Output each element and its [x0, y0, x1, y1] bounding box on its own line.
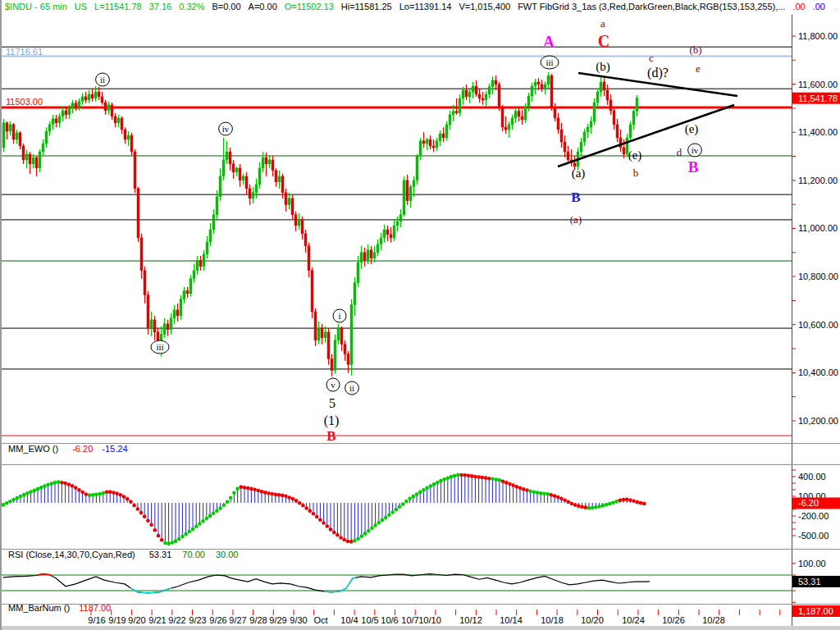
candle — [258, 162, 261, 189]
candle — [9, 121, 11, 135]
candle — [150, 312, 153, 336]
candle — [130, 133, 133, 156]
ewo-dot — [329, 527, 333, 532]
ewo-dot — [577, 504, 581, 509]
y-axis-label: 10,400.00 — [798, 368, 838, 377]
ewo-dot — [98, 492, 102, 496]
ewo-dot — [291, 497, 295, 501]
candle — [350, 299, 353, 376]
ewo-dot — [235, 487, 240, 491]
candle — [101, 92, 103, 105]
candle — [386, 226, 389, 241]
ewo-dot — [198, 522, 202, 526]
ewo-dot — [580, 505, 584, 509]
candle — [65, 108, 67, 119]
candle — [75, 100, 77, 111]
ewo-dot — [184, 532, 188, 536]
candle — [29, 152, 31, 174]
candle — [383, 225, 386, 243]
candle — [206, 236, 208, 258]
ewo-dot — [463, 473, 468, 477]
ewo-dot — [484, 476, 488, 480]
rsi-indicator-label: RSI (Close,14,30,70,Cyan,Red) 53.31 70.0… — [8, 550, 249, 559]
ewo-panel[interactable] — [2, 473, 646, 546]
ewo-dot — [88, 493, 92, 497]
candle — [42, 139, 44, 156]
x-axis-label: 10/20 — [581, 615, 604, 625]
ewo-dot — [80, 491, 84, 495]
wave-circle-marker: v — [326, 378, 340, 391]
ewo-dot — [11, 498, 16, 502]
ewo-dot — [229, 495, 233, 500]
ewo-dot — [281, 494, 285, 498]
ewo-dot — [102, 491, 106, 495]
chart-canvas[interactable]: iiiviiiiviiiiiivaAC(b)(b)c(d)?e(e)(e)dBb… — [2, 0, 840, 630]
candle — [495, 75, 497, 90]
ewo-dot — [614, 500, 619, 504]
y-axis-label: 11,800.00 — [798, 31, 838, 41]
ewo-dot — [249, 487, 253, 491]
candle — [81, 94, 84, 105]
candle — [242, 174, 244, 185]
wave-circle-marker: iv — [688, 144, 702, 157]
ewo-dot — [284, 494, 288, 498]
ewo-dot — [336, 533, 340, 537]
ewo-dot — [470, 474, 474, 478]
ewo-dot — [494, 477, 498, 482]
wave-label: (1) — [324, 413, 340, 428]
svg-text:iv: iv — [222, 124, 230, 134]
candle — [153, 316, 156, 340]
candle — [603, 78, 605, 96]
ewo-dot — [201, 519, 205, 523]
rsi-value: 53.31 — [149, 550, 172, 559]
candle — [314, 308, 317, 346]
ewo-dot — [180, 535, 185, 539]
candle — [380, 233, 382, 250]
candle — [301, 217, 304, 240]
wave-label: e — [696, 62, 701, 75]
wave-label: a — [600, 17, 605, 30]
wave-label: (d)? — [647, 66, 669, 80]
svg-text:ii: ii — [349, 383, 354, 393]
candle — [196, 256, 199, 275]
ewo-dot — [240, 485, 244, 489]
candle — [2, 119, 5, 152]
candle — [331, 354, 333, 377]
candle — [449, 111, 451, 130]
candle — [334, 335, 336, 374]
candle — [189, 275, 192, 297]
svg-text:iii: iii — [546, 57, 553, 67]
ewo-axis-label: -500.00 — [798, 531, 829, 541]
candle — [557, 113, 559, 134]
ewo-dot — [639, 501, 643, 505]
candle — [321, 324, 323, 345]
wave-label: B — [688, 158, 699, 176]
date-axis[interactable]: 9/169/199/209/219/229/239/269/279/289/29… — [88, 605, 840, 625]
candle — [485, 91, 487, 107]
candle — [488, 84, 491, 98]
x-axis-label: 10/24 — [622, 615, 645, 625]
ewo-dot — [387, 513, 391, 517]
ewo-dot — [622, 498, 626, 502]
candle — [219, 168, 221, 201]
ewo-dot — [511, 483, 515, 487]
y-axis-label: 10,800.00 — [798, 272, 838, 281]
ewo-dot — [274, 492, 278, 496]
rsi-panel[interactable] — [2, 574, 792, 593]
wave-label: (e) — [628, 148, 642, 162]
candle — [6, 121, 8, 139]
candle — [288, 193, 290, 209]
ewo-dot — [153, 528, 158, 532]
candle — [186, 287, 189, 298]
ewo-dot — [270, 492, 274, 496]
ewo-dot — [456, 473, 460, 477]
ewo-dot — [267, 491, 271, 495]
barnum-indicator-label: MM_BarNum () 1187.00 — [8, 603, 122, 613]
rsi-name: RSI (Close,14,30,70,Cyan,Red) — [8, 550, 135, 559]
candle — [478, 89, 481, 103]
x-axis-label: 9/22 — [168, 615, 185, 625]
candle — [317, 322, 320, 345]
candle — [475, 80, 477, 97]
candle — [468, 89, 471, 103]
candle — [291, 195, 294, 220]
